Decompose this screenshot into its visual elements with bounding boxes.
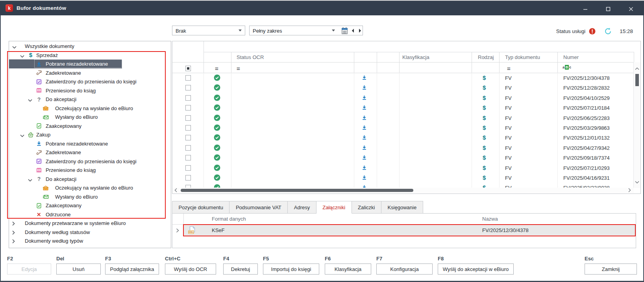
column-header-klasyfikacja[interactable]: Klasyfikacja	[402, 54, 429, 60]
konfiguracja-button[interactable]: Konfiguracja	[376, 264, 433, 275]
vertical-scrollbar[interactable]	[633, 62, 640, 188]
vertical-scroll-thumb[interactable]	[635, 74, 639, 86]
tree-item[interactable]: Zaakceptowany	[9, 201, 171, 210]
attachment-row[interactable]: XML KSeF FV/2025/12/30/4378	[172, 225, 636, 236]
row-checkbox[interactable]	[185, 135, 191, 140]
scroll-right-icon[interactable]	[628, 188, 631, 194]
tree-item[interactable]: Pobrane niezadekretowane	[9, 139, 171, 148]
podgl-d-za-cznika-button[interactable]: Podgląd załącznika	[105, 264, 159, 275]
tree-item[interactable]: Zadekretowane	[9, 68, 171, 77]
document-row[interactable]: $FVFV/2025/04/10/2529	[172, 93, 634, 103]
wy-lij-do-ocr-button[interactable]: Wyślij do OCR	[165, 264, 216, 275]
tree-item[interactable]: Wysłany do eBiuro	[9, 112, 171, 122]
tree-item[interactable]: Odrzucone	[9, 210, 171, 219]
column-header-status-ocr[interactable]: Status OCR	[237, 54, 264, 60]
tab-za-czniki[interactable]: Załączniki	[316, 201, 352, 214]
row-checkbox[interactable]	[185, 155, 191, 160]
document-row[interactable]: $FVFV/2025/12/30/4378	[172, 73, 634, 83]
tree-item[interactable]: Oczekujący na wysłanie do eBiuro	[9, 183, 171, 192]
tab-pozycje-dokumentu[interactable]: Pozycje dokumentu	[172, 201, 229, 214]
tree-item[interactable]: Dokumenty przetwarzane w systemie eBiuro	[9, 219, 171, 228]
usu--button[interactable]: Usuń	[56, 264, 101, 275]
tree-item[interactable]: Zatwierdzony do przeniesienia do księgi	[9, 77, 171, 86]
refresh-icon[interactable]	[604, 27, 612, 35]
tree-item[interactable]: ?Do akceptacji	[9, 95, 171, 104]
calendar-icon[interactable]	[340, 26, 349, 35]
row-checkbox[interactable]	[185, 165, 191, 171]
maximize-button[interactable]	[597, 2, 620, 16]
row-checkbox[interactable]	[185, 125, 191, 131]
scroll-up-icon[interactable]	[635, 65, 639, 71]
row-checkbox[interactable]	[185, 75, 191, 81]
prev-range-button[interactable]	[350, 26, 355, 35]
column-header-rodzaj[interactable]: Rodzaj	[478, 54, 494, 60]
row-checkbox[interactable]	[185, 115, 191, 121]
scroll-left-icon[interactable]	[174, 188, 177, 194]
dekretuj-button[interactable]: Dekretuj	[223, 264, 258, 275]
filter-operator-status[interactable]: =	[215, 66, 218, 72]
chevron-down-icon[interactable]	[20, 133, 24, 138]
zamknij-button[interactable]: Zamknij	[585, 264, 637, 275]
tab-adresy[interactable]: Adresy	[288, 201, 316, 214]
document-row[interactable]: $FVFV/2025/09/18/7374	[172, 153, 634, 162]
document-row[interactable]: $FVFV/2025/04/27/9342	[172, 143, 634, 153]
tree-item[interactable]: Oczekujący na wysłanie do eBiuro	[9, 104, 171, 113]
tab-ksi-gowanie[interactable]: Księgowanie	[381, 201, 423, 214]
minimize-button[interactable]	[574, 2, 597, 16]
tab-zaliczki[interactable]: Zaliczki	[352, 201, 381, 214]
filter-combo[interactable]: Brak	[172, 26, 245, 35]
close-button[interactable]	[620, 2, 642, 16]
document-row[interactable]: $FVFV/2025/04/16/9231	[172, 173, 634, 182]
tree-item-label: Zatwierdzony do przeniesienia do księgi	[46, 79, 137, 85]
row-checkbox[interactable]	[185, 95, 191, 101]
tree-item[interactable]: Zatwierdzony do przeniesienia do księgi	[9, 157, 171, 166]
klasyfikacja-button[interactable]: Klasyfikacja	[325, 264, 371, 275]
row-checkbox[interactable]	[185, 85, 191, 90]
filter-abc-icon[interactable]: aBc	[563, 65, 571, 70]
column-header-numer[interactable]: Numer	[563, 54, 579, 60]
filter-checkbox[interactable]	[185, 66, 191, 71]
chevron-down-icon[interactable]	[331, 26, 336, 35]
row-checkbox[interactable]	[185, 175, 191, 181]
chevron-right-icon[interactable]	[12, 239, 15, 245]
document-row[interactable]: $FVFV/2025/07/21/0293	[172, 163, 634, 173]
document-row[interactable]: $FVFV/2025/02/23/0038	[172, 182, 634, 188]
tree-item[interactable]: Zakup	[9, 130, 171, 139]
chevron-down-icon[interactable]	[28, 177, 32, 183]
column-header-typ-dokumentu[interactable]: Typ dokumentu	[505, 54, 540, 60]
document-row[interactable]: $FVFV/2025/07/21/0184	[172, 103, 634, 112]
expand-chevron-icon[interactable]	[176, 228, 179, 234]
filter-operator-typ[interactable]: =	[507, 66, 511, 72]
tree-item[interactable]: ?Do akceptacji	[9, 175, 171, 184]
tree-item[interactable]: Zaakceptowany	[9, 122, 171, 131]
tree-item[interactable]: Przeniesione do ksiąg	[9, 86, 171, 95]
filter-operator-ocr[interactable]: =	[237, 66, 240, 72]
chevron-down-icon[interactable]	[28, 97, 32, 103]
tree-item[interactable]: Wszystkie dokumenty	[9, 42, 171, 51]
horizontal-scrollbar[interactable]	[172, 188, 634, 193]
horizontal-scroll-thumb[interactable]	[181, 189, 413, 192]
document-row[interactable]: $FVFV/2025/06/25/2283	[172, 113, 634, 123]
tree-item[interactable]: Dokumenty według typów	[9, 236, 171, 245]
tree-item[interactable]: Przeniesione do ksiąg	[9, 166, 171, 175]
wy-lij-do-akceptacji-w-ebiuro-button[interactable]: Wyślij do akceptacji w eBiuro	[438, 264, 514, 275]
tree-item[interactable]: $Sprzedaż	[9, 51, 171, 60]
chevron-right-icon[interactable]	[12, 230, 15, 236]
tree-item[interactable]: Wysłany do eBiuro	[9, 192, 171, 201]
scroll-down-icon[interactable]	[635, 179, 639, 185]
tree-item[interactable]: Zadekretowane	[9, 148, 171, 157]
next-range-button[interactable]	[357, 26, 363, 35]
chevron-down-icon[interactable]	[238, 26, 242, 35]
tab-podsumowanie-vat[interactable]: Podsumowanie VAT	[229, 201, 288, 214]
importuj-do-ksi-gi-button[interactable]: Importuj do księgi	[263, 264, 319, 275]
document-row[interactable]: $FVFV/2025/12/01/0132	[172, 133, 634, 142]
chevron-right-icon[interactable]	[12, 221, 15, 227]
chevron-down-icon[interactable]	[20, 53, 24, 59]
row-checkbox[interactable]	[185, 105, 191, 111]
chevron-down-icon[interactable]	[12, 44, 17, 50]
document-row[interactable]: $FVFV/2025/12/28/2832	[172, 83, 634, 92]
document-row[interactable]: $FVFV/2025/03/29/9863	[172, 123, 634, 133]
tree-item[interactable]: Pobrane niezadekretowane	[9, 59, 171, 68]
row-checkbox[interactable]	[185, 145, 191, 151]
tree-item[interactable]: Dokumenty według statusów	[9, 228, 171, 237]
